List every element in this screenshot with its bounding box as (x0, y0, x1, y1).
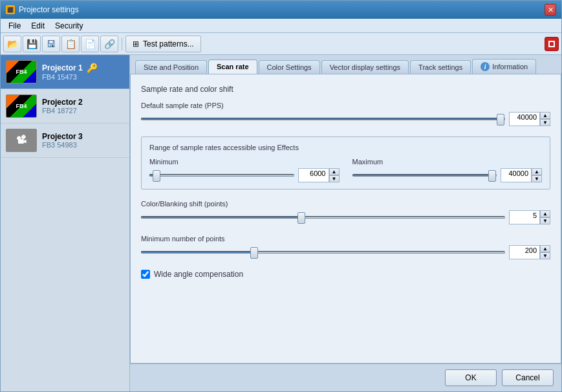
projector-2-id: FB4 18727 (42, 107, 124, 114)
color-blanking-value[interactable]: 5 (509, 210, 540, 224)
menubar: File Edit Security (1, 19, 561, 33)
range-maximum-label: Maximum (352, 158, 543, 166)
min-points-down[interactable]: ▼ (540, 252, 550, 259)
range-maximum-fill (353, 175, 493, 176)
key-icon: 🔑 (87, 63, 98, 73)
range-maximum-up[interactable]: ▲ (532, 168, 542, 175)
tab-info-content: i Information (481, 62, 528, 71)
ok-button[interactable]: OK (445, 369, 497, 386)
color-blanking-up[interactable]: ▲ (540, 210, 550, 217)
projector-3-info: Projector 3 FB3 54983 (42, 132, 124, 149)
tab-size-position[interactable]: Size and Position (135, 60, 207, 74)
range-maximum-slider-container[interactable] (352, 169, 497, 182)
default-sample-rate-up[interactable]: ▲ (540, 112, 550, 119)
stop-button[interactable] (545, 37, 559, 51)
toolbar-open-btn[interactable]: 📂 (3, 36, 21, 52)
toolbar-copy-btn[interactable]: 📋 (61, 36, 80, 52)
test-patterns-label: Test patterns... (143, 39, 194, 49)
titlebar: ⬛ Projector settings ✕ (1, 1, 561, 19)
cancel-button[interactable]: Cancel (502, 369, 554, 386)
color-blanking-spinner: 5 ▲ ▼ (509, 210, 550, 224)
right-panel: Size and Position Scan rate Color Settin… (130, 55, 561, 391)
projector-2-thumbnail: FB4 (6, 94, 37, 118)
projector-1-name: Projector 1 (42, 63, 83, 72)
wide-angle-row: Wide angle compensation (141, 270, 550, 279)
toolbar: 📂 💾 🖫 📋 📄 🔗 ⊞ Test patterns... (1, 33, 561, 55)
tab-information-label: Information (492, 63, 528, 71)
projector-3-name: Projector 3 (42, 132, 124, 141)
range-minimum-thumb[interactable] (153, 170, 160, 182)
color-blanking-down[interactable]: ▼ (540, 217, 550, 224)
tab-information[interactable]: i Information (472, 59, 536, 74)
range-minimum-down[interactable]: ▼ (329, 175, 340, 182)
color-blanking-label: Color/Blanking shift (points) (141, 200, 550, 208)
min-points-value[interactable]: 200 (509, 245, 540, 259)
range-minimum-spinner: 6000 ▲ ▼ (298, 168, 340, 182)
info-icon: i (481, 62, 490, 71)
default-sample-rate-down[interactable]: ▼ (540, 119, 550, 126)
default-sample-rate-thumb[interactable] (497, 114, 504, 125)
range-minimum-up[interactable]: ▲ (329, 168, 340, 175)
toolbar-save-btn[interactable]: 💾 (23, 36, 41, 52)
min-points-slider-container[interactable] (141, 246, 505, 259)
range-maximum-row: 40000 ▲ ▼ (352, 168, 543, 182)
projector-1-thumbnail: FB4 (6, 60, 37, 83)
range-maximum-down[interactable]: ▼ (532, 175, 542, 182)
range-minimum-label: Minimum (149, 158, 340, 166)
toolbar-paste-btn[interactable]: 📄 (81, 36, 99, 52)
tab-color-settings[interactable]: Color Settings (259, 60, 320, 74)
color-blanking-slider-container[interactable] (141, 211, 505, 224)
range-minimum-slider-container[interactable] (149, 169, 294, 182)
menu-security[interactable]: Security (50, 20, 88, 32)
toolbar-save2-btn[interactable]: 🖫 (42, 36, 60, 52)
range-minimum-spinner-btns: ▲ ▼ (329, 168, 340, 182)
sidebar-item-projector-3[interactable]: 📽 Projector 3 FB3 54983 (1, 124, 129, 158)
tab-scan-rate[interactable]: Scan rate (208, 60, 257, 74)
range-group: Range of sample rates accessible using E… (141, 136, 550, 190)
projector-settings-window: ⬛ Projector settings ✕ File Edit Securit… (0, 0, 562, 392)
range-minimum-row: 6000 ▲ ▼ (149, 168, 340, 182)
min-points-label: Minimum number of points (141, 235, 550, 243)
default-sample-rate-slider-container[interactable] (141, 113, 505, 125)
default-sample-rate-label: Default sample rate (PPS) (141, 102, 550, 109)
window-title: Projector settings (19, 5, 541, 14)
range-maximum-value[interactable]: 40000 (501, 168, 532, 182)
default-sample-rate-value[interactable]: 40000 (509, 112, 540, 126)
projector-1-id: FB4 15473 (42, 73, 124, 81)
bottom-bar: OK Cancel (130, 364, 561, 391)
stop-icon (548, 41, 555, 47)
menu-file[interactable]: File (3, 20, 26, 32)
test-patterns-icon: ⊞ (133, 39, 139, 49)
sidebar-item-projector-2[interactable]: FB4 Projector 2 FB4 18727 (1, 89, 129, 124)
default-sample-rate-fill (142, 118, 497, 120)
main-content: FB4 Projector 1 🔑 FB4 15473 FB4 Projecto… (1, 55, 561, 391)
range-minimum-value[interactable]: 6000 (298, 168, 329, 182)
range-minimum-track (149, 174, 294, 177)
min-points-track (141, 251, 505, 254)
default-sample-rate-track (141, 118, 505, 120)
min-points-thumb[interactable] (250, 247, 258, 259)
range-maximum-spinner-btns: ▲ ▼ (532, 168, 542, 182)
range-maximum-thumb[interactable] (488, 170, 496, 182)
wide-angle-checkbox[interactable] (141, 270, 150, 279)
range-maximum-spinner: 40000 ▲ ▼ (501, 168, 542, 182)
close-button[interactable]: ✕ (545, 4, 556, 16)
min-points-fill (142, 252, 258, 253)
range-minimum-col: Minimum 6000 (149, 158, 340, 182)
min-points-up[interactable]: ▲ (540, 245, 550, 252)
tab-vector-display[interactable]: Vector display settings (321, 60, 409, 74)
default-sample-rate-spinner: 40000 ▲ ▼ (509, 112, 550, 126)
toolbar-link-btn[interactable]: 🔗 (100, 36, 118, 52)
min-points-row: 200 ▲ ▼ (141, 245, 550, 259)
toolbar-separator (122, 38, 122, 50)
color-blanking-thumb[interactable] (297, 212, 305, 224)
test-patterns-button[interactable]: ⊞ Test patterns... (125, 36, 201, 52)
sidebar: FB4 Projector 1 🔑 FB4 15473 FB4 Projecto… (1, 55, 130, 391)
projector-2-name: Projector 2 (42, 98, 124, 107)
menu-edit[interactable]: Edit (26, 20, 50, 32)
default-sample-rate-row: 40000 ▲ ▼ (141, 112, 550, 126)
range-maximum-col: Maximum 40000 (352, 158, 543, 182)
sidebar-item-projector-1[interactable]: FB4 Projector 1 🔑 FB4 15473 (1, 55, 129, 89)
tab-track-settings[interactable]: Track settings (410, 60, 471, 74)
default-sample-rate-spinner-btns: ▲ ▼ (540, 112, 550, 126)
